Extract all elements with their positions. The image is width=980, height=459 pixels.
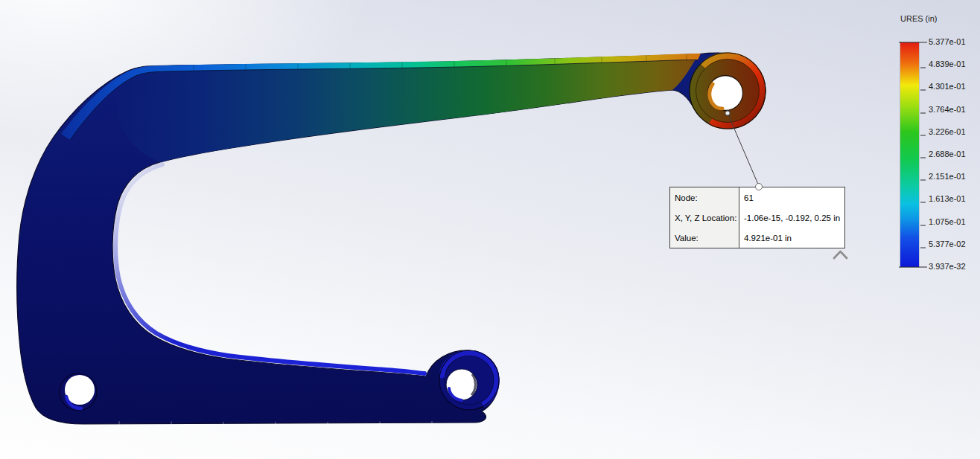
solidworks-graphics-area: { "legend": { "title": "URES (in)", "val… [0, 0, 980, 459]
callout-value: 4.921e-01 in [739, 228, 844, 248]
bottom-left-hole [60, 373, 97, 411]
callout-value: -1.06e-15, -0.192, 0.25 in [739, 208, 844, 228]
small-eye-boss [439, 350, 499, 410]
probe-marker [725, 111, 730, 115]
big-eye-boss [690, 53, 766, 129]
callout-label: Value: [670, 228, 739, 248]
model-part-bracket[interactable] [17, 53, 766, 426]
probe-callout-box[interactable]: Node: 61 X, Y, Z Location: -1.06e-15, -0… [669, 187, 845, 248]
chevron-up-icon[interactable] [831, 248, 850, 260]
callout-label: X, Y, Z Location: [670, 208, 739, 228]
callout-label: Node: [670, 187, 739, 208]
callout-anchor-point [755, 183, 763, 190]
callout-value: 61 [739, 187, 844, 208]
